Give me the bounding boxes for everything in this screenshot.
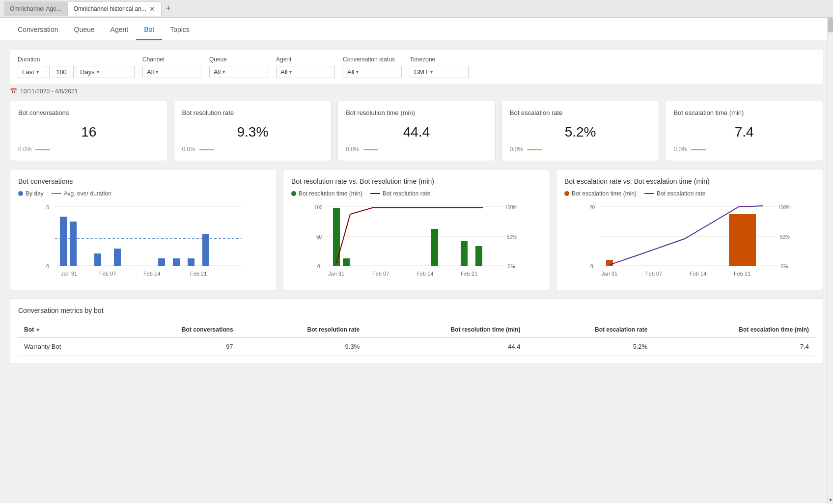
scrollbar[interactable]: ▲ ▼ bbox=[827, 18, 833, 504]
svg-rect-11 bbox=[188, 258, 194, 266]
browser-tab-1[interactable]: Omnichannel Age... bbox=[4, 1, 67, 16]
table-card: Conversation metrics by bot Bot ▼ Bot co… bbox=[10, 298, 823, 364]
browser-tab-1-label: Omnichannel Age... bbox=[10, 5, 61, 12]
chevron-down-icon-2: ▾ bbox=[97, 69, 99, 75]
kpi-escalation-time-footer: 0.0% bbox=[673, 146, 815, 153]
kpi-bar-icon-4 bbox=[527, 149, 542, 150]
chart-row: Bot conversations By day Avg. over durat… bbox=[10, 169, 823, 290]
scrollbar-down-icon[interactable]: ▼ bbox=[828, 496, 833, 504]
duration-controls: Last ▾ 180 Days ▾ bbox=[18, 66, 135, 78]
timezone-select[interactable]: GMT ▾ bbox=[410, 66, 469, 78]
chart-bot-resolution-title: Bot resolution rate vs. Bot resolution t… bbox=[291, 177, 542, 185]
svg-text:0: 0 bbox=[46, 263, 49, 269]
svg-text:20: 20 bbox=[589, 205, 595, 210]
conversation-status-select[interactable]: All ▾ bbox=[343, 66, 402, 78]
chevron-down-icon-6: ▾ bbox=[356, 69, 359, 75]
svg-text:Feb 21: Feb 21 bbox=[190, 271, 207, 277]
cell-bot-name: Warranty Bot bbox=[18, 337, 114, 356]
kpi-bot-conversations-title: Bot conversations bbox=[18, 109, 160, 116]
kpi-bot-conversations-value: 16 bbox=[18, 124, 160, 140]
table-title: Conversation metrics by bot bbox=[18, 307, 815, 314]
svg-text:Feb 07: Feb 07 bbox=[372, 271, 389, 277]
svg-text:Feb 14: Feb 14 bbox=[143, 271, 160, 277]
legend-escalation-time: Bot escalation time (min) bbox=[564, 190, 637, 197]
table-header-row: Bot ▼ Bot conversations Bot resolution r… bbox=[18, 322, 815, 337]
duration-unit-select[interactable]: Days ▾ bbox=[76, 66, 135, 78]
scrollbar-thumb[interactable] bbox=[828, 18, 833, 32]
channel-label: Channel bbox=[142, 56, 201, 63]
legend-line-red bbox=[370, 193, 380, 194]
duration-filter: Duration Last ▾ 180 Days ▾ bbox=[18, 56, 135, 78]
svg-rect-12 bbox=[202, 234, 209, 266]
svg-rect-8 bbox=[114, 249, 121, 266]
queue-select[interactable]: All ▾ bbox=[209, 66, 268, 78]
new-tab-button[interactable]: + bbox=[162, 2, 175, 16]
chart-bot-resolution-legend: Bot resolution time (min) Bot resolution… bbox=[291, 190, 542, 197]
col-bot[interactable]: Bot ▼ bbox=[18, 322, 114, 337]
svg-text:Feb 14: Feb 14 bbox=[416, 271, 433, 277]
svg-text:Feb 07: Feb 07 bbox=[99, 271, 116, 277]
bot-conversations-chart: 5 0 Jan 31 bbox=[18, 202, 269, 280]
chevron-down-icon-7: ▾ bbox=[430, 69, 433, 75]
timezone-filter: Timezone GMT ▾ bbox=[410, 56, 469, 78]
kpi-resolution-time-value: 44.4 bbox=[346, 124, 487, 140]
col-conversations: Bot conversations bbox=[114, 322, 239, 337]
channel-select[interactable]: All ▾ bbox=[142, 66, 201, 78]
kpi-escalation-time-title: Bot escalation time (min) bbox=[673, 109, 815, 116]
svg-rect-43 bbox=[606, 260, 613, 266]
cell-resolution-time: 44.4 bbox=[365, 337, 526, 356]
bot-escalation-chart: 20 0 100% 50% 0% Jan 31 bbox=[564, 202, 815, 280]
legend-dot-blue bbox=[18, 191, 23, 196]
chart-bot-conversations-legend: By day Avg. over duration bbox=[18, 190, 269, 197]
kpi-bot-conversations-delta: 0.0% bbox=[18, 146, 31, 153]
agent-filter: Agent All ▾ bbox=[276, 56, 335, 78]
nav-tabs: Conversation Queue Agent Bot Topics bbox=[0, 18, 833, 40]
cell-escalation-time: 7.4 bbox=[653, 337, 815, 356]
col-escalation-rate: Bot escalation rate bbox=[526, 322, 653, 337]
kpi-bar-icon bbox=[35, 149, 50, 150]
close-tab-icon[interactable]: ✕ bbox=[149, 5, 155, 12]
kpi-bar-icon-2 bbox=[199, 149, 214, 150]
chart-bot-escalation: Bot escalation rate vs. Bot escalation t… bbox=[556, 169, 823, 290]
col-resolution-time: Bot resolution time (min) bbox=[365, 322, 526, 337]
svg-text:Feb 07: Feb 07 bbox=[645, 271, 662, 277]
col-resolution-rate: Bot resolution rate bbox=[239, 322, 366, 337]
svg-rect-9 bbox=[158, 258, 165, 266]
svg-rect-7 bbox=[94, 253, 101, 266]
sort-arrow-icon: ▼ bbox=[35, 327, 40, 333]
kpi-resolution-rate-delta: 0.0% bbox=[182, 146, 195, 153]
kpi-escalation-time-delta: 0.0% bbox=[673, 146, 687, 153]
kpi-resolution-rate-footer: 0.0% bbox=[182, 146, 324, 153]
svg-rect-6 bbox=[70, 222, 77, 266]
duration-last-select[interactable]: Last ▾ bbox=[18, 66, 47, 78]
browser-tabs: Omnichannel Age... Omnichannel historica… bbox=[0, 0, 833, 18]
tab-topics[interactable]: Topics bbox=[162, 18, 197, 40]
conversation-status-label: Conversation status bbox=[343, 56, 402, 63]
svg-text:100%: 100% bbox=[505, 205, 518, 210]
queue-label: Queue bbox=[209, 56, 268, 63]
agent-select[interactable]: All ▾ bbox=[276, 66, 335, 78]
svg-rect-30 bbox=[475, 246, 482, 266]
tab-queue[interactable]: Queue bbox=[66, 18, 103, 40]
svg-rect-10 bbox=[173, 258, 180, 266]
duration-value-input[interactable]: 180 bbox=[49, 66, 74, 78]
cell-conversations: 97 bbox=[114, 337, 239, 356]
svg-rect-27 bbox=[343, 258, 350, 266]
kpi-escalation-time-value: 7.4 bbox=[673, 124, 815, 140]
duration-label: Duration bbox=[18, 56, 135, 63]
filters-row: Duration Last ▾ 180 Days ▾ bbox=[10, 50, 823, 84]
browser-tab-2[interactable]: Omnichannel historical an... ✕ bbox=[67, 1, 162, 16]
chevron-down-icon-3: ▾ bbox=[156, 69, 158, 75]
legend-by-day: By day bbox=[18, 190, 44, 197]
tab-conversation[interactable]: Conversation bbox=[10, 18, 66, 40]
svg-text:Feb 21: Feb 21 bbox=[734, 271, 750, 277]
svg-text:Feb 14: Feb 14 bbox=[690, 271, 706, 277]
svg-text:Jan 31: Jan 31 bbox=[328, 271, 344, 277]
legend-line-purple bbox=[644, 193, 654, 194]
kpi-resolution-time-delta: 0.0% bbox=[346, 146, 359, 153]
legend-dash-blue bbox=[52, 193, 61, 194]
tab-agent[interactable]: Agent bbox=[103, 18, 137, 40]
kpi-escalation-rate-footer: 0.0% bbox=[510, 146, 651, 153]
tab-bot[interactable]: Bot bbox=[136, 18, 162, 40]
app-container: Conversation Queue Agent Bot Topics Dura… bbox=[0, 18, 833, 504]
